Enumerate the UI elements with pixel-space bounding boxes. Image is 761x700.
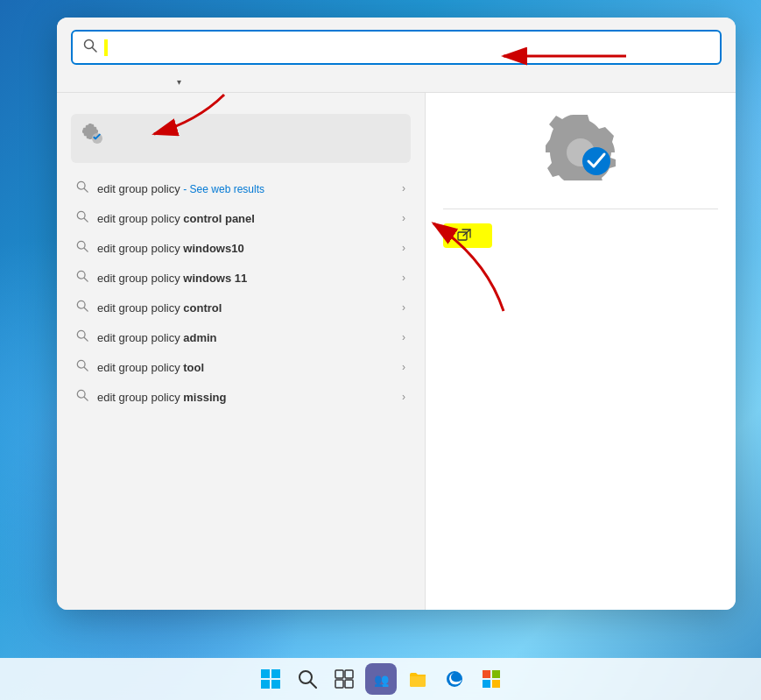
search-icon (76, 270, 88, 286)
taskbar: 👥 (0, 658, 761, 700)
svg-rect-41 (483, 680, 490, 688)
best-match-item[interactable] (71, 114, 411, 163)
chevron-right-icon: › (402, 272, 405, 284)
taskbar-task-view-button[interactable] (328, 663, 360, 695)
chevron-right-icon: › (402, 242, 405, 254)
chevron-down-icon: ▾ (177, 77, 181, 87)
tab-all[interactable] (71, 77, 88, 88)
svg-line-32 (310, 682, 316, 689)
search-icon (76, 180, 88, 196)
web-item-text: edit group policy - See web results (97, 182, 393, 195)
folder-icon (408, 669, 427, 689)
taskbar-file-explorer-button[interactable] (402, 663, 433, 695)
nav-tabs: ▾ (57, 65, 736, 92)
search-icon (76, 210, 88, 226)
web-item-text: edit group policy control panel (97, 212, 393, 225)
chevron-right-icon: › (402, 182, 405, 194)
list-item[interactable]: edit group policy admin › (71, 322, 411, 352)
tab-apps[interactable] (88, 77, 113, 88)
svg-line-11 (84, 248, 88, 251)
svg-line-15 (84, 308, 88, 311)
svg-rect-34 (345, 670, 353, 678)
chevron-right-icon: › (402, 301, 405, 314)
best-match-app-icon (81, 123, 113, 154)
web-item-text: edit group policy missing (97, 391, 393, 404)
svg-point-23 (582, 147, 610, 175)
list-item[interactable]: edit group policy windows10 › (71, 233, 411, 263)
search-icon (76, 240, 88, 256)
chevron-right-icon: › (402, 331, 405, 343)
taskbar-store-button[interactable] (476, 663, 507, 695)
search-bar-area (57, 18, 736, 65)
store-icon (482, 669, 501, 689)
search-icon (76, 300, 88, 315)
teams-icon: 👥 (371, 669, 391, 689)
right-panel (425, 93, 736, 610)
list-item[interactable]: edit group policy control panel › (71, 203, 411, 233)
list-item[interactable]: edit group policy windows 11 › (71, 263, 411, 293)
edge-icon (445, 669, 464, 689)
web-item-text: edit group policy control (97, 301, 393, 315)
web-item-text: edit group policy windows10 (97, 242, 393, 255)
search-query-highlight (104, 39, 108, 56)
svg-line-9 (84, 218, 88, 222)
svg-line-19 (84, 367, 88, 371)
tab-more[interactable]: ▾ (162, 72, 194, 92)
content-area: edit group policy - See web results › ed… (57, 93, 736, 610)
svg-rect-27 (261, 669, 270, 678)
svg-line-13 (84, 278, 88, 281)
search-icon (83, 39, 97, 56)
windows-logo-icon (261, 669, 280, 689)
svg-rect-42 (492, 680, 500, 688)
see-web-results: - See web results (183, 183, 264, 195)
task-view-icon (335, 669, 354, 689)
svg-rect-33 (335, 670, 343, 678)
more-options-icon[interactable] (708, 79, 722, 86)
list-item[interactable]: edit group policy missing › (71, 382, 411, 412)
svg-point-38 (447, 671, 462, 687)
svg-rect-29 (261, 680, 270, 689)
search-icon (298, 669, 317, 689)
search-icon (76, 359, 88, 375)
web-item-text: edit group policy admin (97, 331, 393, 344)
chevron-right-icon: › (402, 391, 405, 403)
search-input-wrapper[interactable] (71, 30, 722, 65)
svg-line-21 (84, 397, 88, 400)
chevron-right-icon: › (402, 361, 405, 373)
svg-rect-35 (335, 680, 343, 688)
search-window: ▾ (57, 18, 736, 610)
tab-web[interactable] (137, 77, 162, 88)
search-input[interactable] (104, 40, 709, 55)
svg-line-17 (84, 337, 88, 341)
open-button[interactable] (443, 223, 492, 248)
web-item-text: edit group policy tool (97, 361, 393, 374)
left-panel: edit group policy - See web results › ed… (57, 93, 425, 610)
taskbar-edge-button[interactable] (439, 663, 470, 695)
svg-line-7 (84, 188, 88, 192)
open-icon (457, 229, 471, 243)
taskbar-start-button[interactable] (255, 663, 286, 695)
app-icon-large (546, 110, 616, 180)
chevron-right-icon: › (402, 212, 405, 224)
list-item[interactable]: edit group policy control › (71, 293, 411, 322)
right-panel-divider (443, 209, 718, 209)
svg-point-4 (92, 133, 102, 144)
search-icon (76, 389, 88, 405)
svg-text:👥: 👥 (374, 673, 390, 688)
search-icon (76, 329, 88, 345)
svg-line-1 (93, 48, 97, 53)
list-item[interactable]: edit group policy tool › (71, 352, 411, 382)
svg-rect-40 (492, 670, 500, 678)
svg-rect-28 (271, 669, 280, 678)
list-item[interactable]: edit group policy - See web results › (71, 173, 411, 203)
svg-rect-30 (271, 680, 280, 689)
taskbar-teams-button[interactable]: 👥 (365, 663, 397, 695)
tab-documents[interactable] (113, 77, 137, 88)
taskbar-search-button[interactable] (292, 663, 323, 695)
svg-rect-39 (483, 670, 490, 678)
web-item-text: edit group policy windows 11 (97, 272, 393, 285)
svg-rect-36 (345, 680, 353, 688)
